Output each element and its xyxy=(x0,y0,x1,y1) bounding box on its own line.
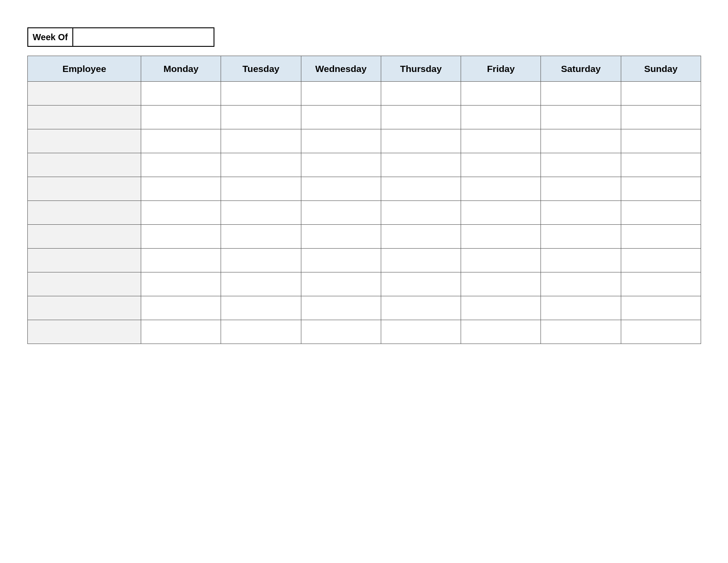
day-cell[interactable] xyxy=(301,272,381,296)
schedule-document: Week Of Employee Monday Tuesday Wednesda… xyxy=(0,0,728,563)
day-cell[interactable] xyxy=(141,320,221,344)
day-cell[interactable] xyxy=(621,225,701,249)
day-cell[interactable] xyxy=(461,225,541,249)
day-cell[interactable] xyxy=(301,129,381,153)
employee-cell[interactable] xyxy=(28,249,141,272)
day-cell[interactable] xyxy=(461,153,541,177)
day-cell[interactable] xyxy=(301,106,381,129)
day-cell[interactable] xyxy=(621,320,701,344)
day-cell[interactable] xyxy=(541,177,621,201)
day-cell[interactable] xyxy=(541,82,621,106)
day-cell[interactable] xyxy=(381,82,461,106)
day-cell[interactable] xyxy=(621,249,701,272)
day-cell[interactable] xyxy=(541,272,621,296)
day-cell[interactable] xyxy=(301,320,381,344)
week-of-container: Week Of xyxy=(27,27,702,47)
header-tuesday: Tuesday xyxy=(221,56,301,82)
day-cell[interactable] xyxy=(621,272,701,296)
employee-cell[interactable] xyxy=(28,153,141,177)
day-cell[interactable] xyxy=(381,129,461,153)
employee-cell[interactable] xyxy=(28,177,141,201)
day-cell[interactable] xyxy=(541,320,621,344)
table-row xyxy=(28,249,701,272)
day-cell[interactable] xyxy=(541,296,621,320)
day-cell[interactable] xyxy=(381,249,461,272)
day-cell[interactable] xyxy=(461,272,541,296)
day-cell[interactable] xyxy=(221,296,301,320)
day-cell[interactable] xyxy=(141,177,221,201)
day-cell[interactable] xyxy=(141,225,221,249)
day-cell[interactable] xyxy=(541,106,621,129)
employee-cell[interactable] xyxy=(28,201,141,225)
employee-cell[interactable] xyxy=(28,106,141,129)
day-cell[interactable] xyxy=(221,320,301,344)
day-cell[interactable] xyxy=(301,249,381,272)
day-cell[interactable] xyxy=(541,225,621,249)
day-cell[interactable] xyxy=(461,320,541,344)
day-cell[interactable] xyxy=(621,129,701,153)
day-cell[interactable] xyxy=(621,201,701,225)
day-cell[interactable] xyxy=(381,225,461,249)
day-cell[interactable] xyxy=(301,296,381,320)
day-cell[interactable] xyxy=(461,249,541,272)
employee-cell[interactable] xyxy=(28,82,141,106)
day-cell[interactable] xyxy=(221,177,301,201)
day-cell[interactable] xyxy=(381,106,461,129)
day-cell[interactable] xyxy=(541,201,621,225)
day-cell[interactable] xyxy=(141,272,221,296)
day-cell[interactable] xyxy=(621,296,701,320)
day-cell[interactable] xyxy=(461,201,541,225)
day-cell[interactable] xyxy=(301,177,381,201)
table-row xyxy=(28,129,701,153)
day-cell[interactable] xyxy=(301,153,381,177)
table-row xyxy=(28,272,701,296)
day-cell[interactable] xyxy=(301,201,381,225)
day-cell[interactable] xyxy=(541,153,621,177)
day-cell[interactable] xyxy=(301,82,381,106)
day-cell[interactable] xyxy=(221,225,301,249)
day-cell[interactable] xyxy=(141,82,221,106)
day-cell[interactable] xyxy=(621,153,701,177)
day-cell[interactable] xyxy=(381,320,461,344)
day-cell[interactable] xyxy=(221,201,301,225)
day-cell[interactable] xyxy=(461,296,541,320)
employee-cell[interactable] xyxy=(28,296,141,320)
day-cell[interactable] xyxy=(621,177,701,201)
day-cell[interactable] xyxy=(221,129,301,153)
header-employee: Employee xyxy=(28,56,141,82)
day-cell[interactable] xyxy=(141,106,221,129)
day-cell[interactable] xyxy=(621,82,701,106)
day-cell[interactable] xyxy=(381,153,461,177)
employee-cell[interactable] xyxy=(28,320,141,344)
day-cell[interactable] xyxy=(381,201,461,225)
day-cell[interactable] xyxy=(301,225,381,249)
day-cell[interactable] xyxy=(141,201,221,225)
day-cell[interactable] xyxy=(381,272,461,296)
table-row xyxy=(28,225,701,249)
day-cell[interactable] xyxy=(141,249,221,272)
day-cell[interactable] xyxy=(381,177,461,201)
table-row xyxy=(28,177,701,201)
table-row xyxy=(28,82,701,106)
day-cell[interactable] xyxy=(541,129,621,153)
employee-cell[interactable] xyxy=(28,129,141,153)
day-cell[interactable] xyxy=(141,296,221,320)
day-cell[interactable] xyxy=(461,106,541,129)
employee-cell[interactable] xyxy=(28,272,141,296)
table-row xyxy=(28,201,701,225)
day-cell[interactable] xyxy=(461,82,541,106)
day-cell[interactable] xyxy=(221,106,301,129)
day-cell[interactable] xyxy=(541,249,621,272)
day-cell[interactable] xyxy=(221,249,301,272)
day-cell[interactable] xyxy=(221,82,301,106)
employee-cell[interactable] xyxy=(28,225,141,249)
day-cell[interactable] xyxy=(381,296,461,320)
week-of-input[interactable] xyxy=(73,27,214,47)
day-cell[interactable] xyxy=(461,129,541,153)
day-cell[interactable] xyxy=(461,177,541,201)
day-cell[interactable] xyxy=(141,129,221,153)
day-cell[interactable] xyxy=(221,272,301,296)
day-cell[interactable] xyxy=(221,153,301,177)
day-cell[interactable] xyxy=(141,153,221,177)
day-cell[interactable] xyxy=(621,106,701,129)
